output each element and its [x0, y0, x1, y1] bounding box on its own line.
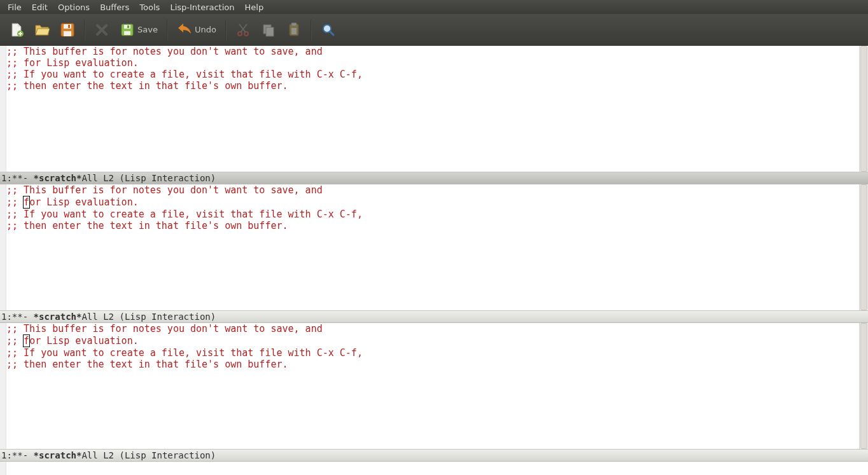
svg-rect-3	[64, 31, 71, 36]
mode-line-1[interactable]: 1:**- *scratch* All L2 (Lisp Interaction…	[0, 172, 868, 184]
save-as-icon	[60, 22, 75, 38]
scrollbar[interactable]	[859, 323, 868, 449]
cut-button[interactable]	[232, 20, 255, 40]
window-pane-3: ;; This buffer is for notes you don't wa…	[0, 323, 868, 462]
open-file-button[interactable]	[31, 20, 53, 40]
search-button[interactable]	[317, 20, 340, 40]
menu-buffers[interactable]: Buffers	[95, 1, 134, 13]
left-fringe	[0, 462, 6, 475]
new-file-icon	[9, 22, 24, 38]
paste-button[interactable]	[283, 20, 305, 40]
buffer-text[interactable]: ;; This buffer is for notes you don't wa…	[6, 184, 363, 310]
svg-rect-4	[68, 25, 70, 28]
menu-tools[interactable]: Tools	[134, 1, 165, 13]
menu-file[interactable]: File	[3, 1, 27, 13]
window-pane-1: ;; This buffer is for notes you don't wa…	[0, 46, 868, 184]
svg-rect-14	[291, 23, 297, 26]
close-button[interactable]	[90, 20, 113, 40]
toolbar-separator	[167, 20, 168, 40]
left-fringe	[0, 46, 6, 172]
scrollbar[interactable]	[859, 184, 868, 310]
buffer-window-2[interactable]: ;; This buffer is for notes you don't wa…	[0, 184, 868, 310]
save-as-button[interactable]	[56, 20, 79, 40]
toolbar-separator	[225, 20, 227, 40]
menu-bar: File Edit Options Buffers Tools Lisp-Int…	[0, 0, 868, 14]
mode-line-2[interactable]: 1:**- *scratch* All L2 (Lisp Interaction…	[0, 310, 868, 323]
menu-help[interactable]: Help	[240, 1, 269, 13]
copy-button[interactable]	[257, 20, 280, 40]
modeline-status: 1:**- *scratch* All L2 (Lisp Interaction…	[1, 450, 216, 460]
undo-button[interactable]: Undo	[173, 20, 220, 40]
buffer-text[interactable]: ;; This buffer is for notes you don't wa…	[6, 46, 363, 172]
toolbar: Save Undo	[0, 14, 868, 46]
editor-area: ;; This buffer is for notes you don't wa…	[0, 46, 868, 475]
menu-options[interactable]: Options	[53, 1, 95, 13]
new-file-button[interactable]	[5, 20, 28, 40]
buffer-window-3[interactable]: ;; This buffer is for notes you don't wa…	[0, 323, 868, 449]
save-label: Save	[137, 25, 158, 34]
paste-icon	[286, 22, 302, 38]
modeline-status: 1:**- *scratch* All L2 (Lisp Interaction…	[1, 312, 216, 322]
scrollbar[interactable]	[859, 46, 868, 172]
buffer-text[interactable]: ;; This buffer is for notes you don't wa…	[6, 323, 363, 449]
minibuffer[interactable]	[0, 462, 868, 475]
undo-label: Undo	[195, 25, 216, 34]
cut-icon	[235, 22, 251, 38]
search-icon	[321, 22, 336, 38]
toolbar-separator	[84, 20, 85, 40]
window-pane-2: ;; This buffer is for notes you don't wa…	[0, 184, 868, 323]
svg-rect-7	[124, 31, 130, 35]
save-button[interactable]: Save	[116, 20, 162, 40]
svg-rect-12	[266, 27, 274, 36]
svg-rect-15	[291, 28, 297, 34]
modeline-status: 1:**- *scratch* All L2 (Lisp Interaction…	[1, 173, 216, 183]
toolbar-separator	[311, 20, 312, 40]
mode-line-3[interactable]: 1:**- *scratch* All L2 (Lisp Interaction…	[0, 449, 868, 462]
open-folder-icon	[34, 22, 50, 38]
left-fringe	[0, 323, 6, 449]
menu-lisp-interaction[interactable]: Lisp-Interaction	[165, 1, 239, 13]
buffer-window-1[interactable]: ;; This buffer is for notes you don't wa…	[0, 46, 868, 172]
left-fringe	[0, 184, 6, 310]
svg-rect-2	[64, 24, 71, 29]
svg-rect-8	[127, 25, 129, 28]
undo-icon	[177, 22, 192, 38]
copy-icon	[261, 22, 276, 38]
close-icon	[94, 22, 109, 38]
menu-edit[interactable]: Edit	[27, 1, 53, 13]
save-icon	[120, 22, 135, 38]
